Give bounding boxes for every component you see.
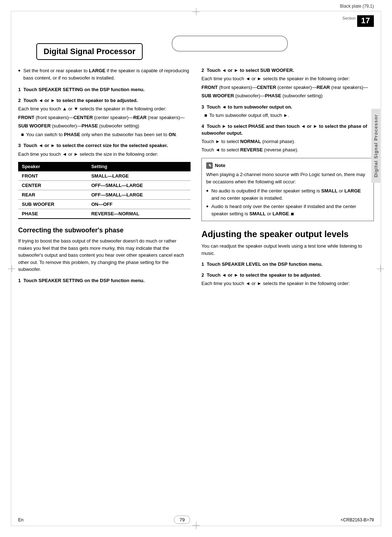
note-icon: ✎ [206,162,213,169]
step-1: 1 Touch SPEAKER SETTING on the DSP funct… [18,86,191,93]
footer-lang: En [18,517,24,522]
adjusting-step-1: 1 Touch SPEAKER LEVEL on the DSP functio… [201,261,374,268]
main-content: • Set the front or rear speaker to LARGE… [18,60,374,292]
table-cell-setting: OFF—SMALL—LARGE [87,181,191,190]
right-step-4-body2: Touch ◄ to select REVERSE (reverse phase… [201,146,374,154]
table-cell-setting: REVERSE—NORMAL [87,209,191,219]
large-bullet-text: Set the front or rear speaker to LARGE i… [23,67,191,81]
right-step-2-heading: 2 Touch ◄ or ► to select SUB WOOFER. [201,67,374,74]
adjusting-intro: You can readjust the speaker output leve… [201,243,374,257]
step-2-body1: Each time you touch ▲ or ▼ selects the s… [18,105,191,113]
note-bullet-dot-1: • [206,187,208,202]
table-cell-speaker: PHASE [18,209,87,219]
crosshair-top [192,8,200,15]
table-cell-speaker: FRONT [18,171,87,181]
speaker-table: Speaker Setting FRONT SMALL—LARGE CENTER… [18,162,191,219]
step-2: 2 Touch ◄ or ► to select the speaker to … [18,97,191,138]
left-column: • Set the front or rear speaker to LARGE… [18,67,191,292]
right-step-2-body2: FRONT (front speakers)—CENTER (center sp… [201,84,374,91]
table-header-setting: Setting [87,162,191,171]
step-3-body: Each time you touch ◄ or ► selects the s… [18,151,191,158]
adjusting-step-2-body: Each time you touch ◄ or ► selects the s… [201,280,374,287]
large-bullet-item: • Set the front or rear speaker to LARGE… [18,67,191,81]
title-banner: Digital Signal Processor [36,43,143,60]
square-bullet-mark-2: ■ [204,112,207,119]
table-row: REAR OFF—SMALL—LARGE [18,190,191,200]
adjusting-step-2-heading: 2 Touch ◄ or ► to select the speaker to … [201,272,374,278]
section-number: 17 [357,15,374,27]
table-cell-speaker: CENTER [18,181,87,190]
adjusting-step-1-heading: 1 Touch SPEAKER LEVEL on the DSP functio… [201,261,374,268]
page-title: Digital Signal Processor [44,47,135,56]
table-header-speaker: Speaker [18,162,87,171]
table-cell-setting: SMALL—LARGE [87,171,191,181]
square-bullet-mark: ■ [21,131,24,138]
right-step-2-body1: Each time you touch ◄ or ► selects the s… [201,75,374,82]
adjusting-heading: Adjusting the speaker output levels [201,229,374,240]
step-1-heading: 1 Touch SPEAKER SETTING on the DSP funct… [18,86,191,93]
subwoofer-phase-section: Correcting the subwoofer's phase If tryi… [18,226,191,284]
right-step-4-body1: Touch ► to select NORMAL (normal phase). [201,138,374,145]
step-2-body3: SUB WOOFER (subwoofer)—PHASE (subwoofer … [18,122,191,130]
right-step-4-heading: 4 Touch ► to select PHASE and then touch… [201,123,374,136]
subwoofer-step1-heading: 1 Touch SPEAKER SETTING on the DSP funct… [18,277,191,284]
note-header: ✎ Note [206,162,369,169]
subwoofer-step1: 1 Touch SPEAKER SETTING on the DSP funct… [18,277,191,284]
step-2-heading: 2 Touch ◄ or ► to select the speaker to … [18,97,191,104]
adjusting-section: Adjusting the speaker output levels You … [201,229,374,287]
note-bullet-2: • Audio is heard only over the center sp… [206,203,369,217]
title-right-box [172,36,288,52]
note-bullet-dot-2: • [206,203,208,217]
page-footer: En 79 <CRB2163-B>79 [0,516,392,524]
right-column: 2 Touch ◄ or ► to select SUB WOOFER. Eac… [201,67,374,292]
table-row: FRONT SMALL—LARGE [18,171,191,181]
note-bullet-text-2: Audio is heard only over the center spea… [211,203,369,217]
table-row: SUB WOOFER ON—OFF [18,200,191,209]
section-badge-area: Section 17 [342,15,374,27]
right-step-3-sub-note: ■ To turn subwoofer output off, touch ►. [204,112,374,119]
step-2-body2: FRONT (front speakers)—CENTER (center sp… [18,114,191,121]
note-label: Note [215,162,225,169]
step-2-sub-note-text: You can switch to PHASE only when the su… [26,131,177,138]
vertical-sidebar-text: Digital Signal Processor [371,109,380,183]
subwoofer-phase-heading: Correcting the subwoofer's phase [18,226,191,235]
footer-page: 79 [174,516,190,524]
step-3: 3 Touch ◄ or ► to select the correct siz… [18,142,191,158]
table-cell-setting: ON—OFF [87,200,191,209]
right-step-3-heading: 3 Touch ◄ to turn subwoofer output on. [201,104,374,110]
section-label: Section [342,16,356,20]
crosshair-right [377,265,384,272]
bullet-dot: • [18,67,20,81]
step-2-sub-note: ■ You can switch to PHASE only when the … [21,131,191,138]
right-step-2: 2 Touch ◄ or ► to select SUB WOOFER. Eac… [201,67,374,99]
end-square [291,213,294,215]
table-cell-setting: OFF—SMALL—LARGE [87,190,191,200]
table-row: CENTER OFF—SMALL—LARGE [18,181,191,190]
right-step-3-sub-note-text: To turn subwoofer output off, touch ►. [209,112,289,119]
large-bullet-section: • Set the front or rear speaker to LARGE… [18,67,191,81]
table-cell-speaker: REAR [18,190,87,200]
right-step-3: 3 Touch ◄ to turn subwoofer output on. ■… [201,104,374,119]
right-step-2-body3: SUB WOOFER (subwoofer)—PHASE (subwoofer … [201,92,374,99]
table-row: PHASE REVERSE—NORMAL [18,209,191,219]
note-box: ✎ Note When playing a 2-channel mono sou… [201,158,374,221]
note-body: When playing a 2-channel mono source wit… [206,171,369,185]
right-step-4: 4 Touch ► to select PHASE and then touch… [201,123,374,153]
crosshair-left [8,265,15,272]
adjusting-step-2: 2 Touch ◄ or ► to select the speaker to … [201,272,374,287]
note-bullet-text-1: No audio is outputted if the center spea… [211,187,369,202]
footer-code: <CRB2163-B>79 [341,517,374,522]
table-cell-speaker: SUB WOOFER [18,200,87,209]
step-3-heading: 3 Touch ◄ or ► to select the correct siz… [18,142,191,149]
subwoofer-phase-body: If trying to boost the bass output of th… [18,237,191,273]
note-bullet-1: • No audio is outputted if the center sp… [206,187,369,202]
black-plate-label: Black plate (79,1) [340,4,374,9]
